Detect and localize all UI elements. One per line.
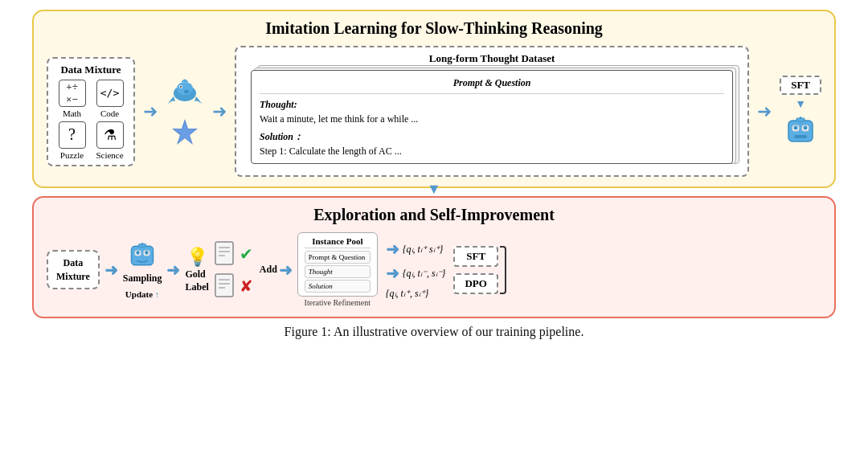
whale-svg [166,71,204,109]
add-area: Add ➜ [258,260,293,280]
solution-italic-label: Solution： [260,131,303,142]
formula-positive2: {qᵢ, tᵢ⁺, sᵢ⁺} [386,288,429,300]
science-item: ⚗ Science [92,121,127,160]
svg-rect-14 [800,117,801,119]
star-icon [166,114,204,153]
card-header: Prompt & Question [260,76,724,94]
svg-rect-22 [215,242,233,264]
svg-rect-21 [141,243,143,245]
gold-label-text: GoldLabel [185,268,208,293]
top-flow-row: Data Mixture +÷×− Math </> Code ? Puzzle… [47,46,821,177]
formula-row-1: ➜ {qᵢ, tᵢ⁺ sᵢ⁺} [386,240,446,259]
gold-label-area: 💡 GoldLabel [185,246,208,294]
data-mixture-box: Data Mixture +÷×− Math </> Code ? Puzzle… [47,57,135,166]
bottom-section: Exploration and Self-Improvement DataMix… [32,196,836,318]
math-icon: +÷×− [59,80,86,107]
solution-label: Solution： [260,129,724,144]
doc-negative-icon [214,272,236,300]
doc-positive-icon [214,240,236,268]
svg-rect-12 [794,135,807,138]
code-item: </> Code [92,80,127,118]
svg-point-4 [184,90,189,93]
xmark-icon: ✘ [240,276,253,296]
svg-point-1 [177,82,193,95]
model-icons [166,71,204,153]
sft-label-top: SFT [780,76,821,95]
arrow-7: ➜ [279,260,293,280]
pool-row-2: Thought [309,268,333,276]
puzzle-label: Puzzle [60,150,84,160]
between-sections-arrow: ▼ [427,181,441,198]
bottom-data-mixture-label: DataMixture [56,257,90,282]
arrow-1: ➜ [143,101,158,122]
checkmark-icon: ✔ [240,244,253,264]
formula-negative: {qᵢ, tᵢ⁻, sᵢ⁻} [403,268,446,280]
sft-down-arrow: ▼ [795,98,806,111]
formula-row-3: {qᵢ, tᵢ⁺, sᵢ⁺} [386,288,446,300]
science-icon: ⚗ [96,121,124,149]
math-label: Math [63,109,81,118]
svg-point-18 [136,251,140,255]
big-bracket [500,246,506,294]
arrow-5: ➜ [166,260,180,280]
formula-positive: {qᵢ, tᵢ⁺ sᵢ⁺} [403,244,444,256]
svg-point-19 [145,251,149,255]
top-section: Imitation Learning for Slow-Thinking Rea… [32,10,836,188]
doc-negative: ✘ [214,272,253,300]
doc-positive: ✔ [214,240,253,268]
robot-face-top [784,114,817,148]
thought-dataset-box: Long-form Thought Dataset Prompt & Quest… [235,46,749,177]
science-label: Science [96,150,123,160]
sft-box-bottom: SFT [453,246,497,267]
sft-box: SFT ▼ [780,76,821,148]
instance-pool-title: Instance Pool [305,236,371,248]
update-label: Update ↑ [125,289,159,299]
sampling-label: Sampling [123,272,162,285]
formula-arrow-2: ➜ [386,264,399,283]
pool-card-3: Solution [305,280,371,293]
formula-arrow-1: ➜ [386,240,399,259]
iterative-label: Iterative Refinement [305,298,371,307]
code-icon: </> [96,80,124,107]
stacked-card: Prompt & Question Thought: Wait a minute… [251,70,733,164]
arrow-2: ➜ [212,101,227,122]
svg-rect-26 [215,274,233,297]
whale-icon [166,71,204,109]
puzzle-icon: ? [59,121,86,149]
lightbulb-icon: 💡 [186,246,208,269]
bottom-flow-row: DataMixture ➜ Sampling Update ↑ ➜ [47,232,821,307]
solution-text: Step 1: Calculate the length of AC ... [260,144,724,158]
bracket-container: SFT DPO [453,246,497,294]
update-text: Update [125,289,153,299]
doc-pair: ✔ ✘ [214,240,253,300]
sampling-robot-icon [127,240,158,271]
data-mixture-title: Data Mixture [55,63,127,76]
star-svg [166,114,204,153]
svg-point-10 [794,125,798,129]
card-front: Prompt & Question Thought: Wait a minute… [251,70,733,164]
math-item: +÷×− Math [55,80,89,118]
pool-row-3: Solution [309,282,333,290]
instance-pool-container: Instance Pool Prompt & Question Thought … [297,232,378,307]
code-label: Code [100,109,119,118]
sampling-box: Sampling Update ↑ [123,240,162,299]
arrow-3: ➜ [757,101,772,122]
puzzle-item: ? Puzzle [55,121,89,160]
bottom-section-title: Exploration and Self-Improvement [47,206,821,224]
pool-row-1: Prompt & Question [309,253,366,261]
svg-rect-7 [788,121,813,141]
data-icons-grid: +÷×− Math </> Code ? Puzzle ⚗ Science [55,80,127,160]
thought-label: Thought: [260,97,724,112]
formula-row: ➜ {qᵢ, tᵢ⁺ sᵢ⁺} ➜ {qᵢ, tᵢ⁻, sᵢ⁻} {qᵢ, tᵢ… [386,240,446,300]
arrow-4: ➜ [104,260,118,280]
figure-caption: Figure 1: An illustrative overview of ou… [285,325,584,339]
add-label: Add [260,264,277,276]
formula-row-2: ➜ {qᵢ, tᵢ⁻, sᵢ⁻} [386,264,446,283]
svg-point-11 [804,125,808,129]
thought-text: Wait a minute, let me think for a while … [260,112,724,126]
thought-dataset-title: Long-form Thought Dataset [244,52,739,65]
pool-card-2: Thought [305,265,371,278]
dpo-box-bottom: DPO [453,273,497,294]
instance-pool-box: Instance Pool Prompt & Question Thought … [297,232,378,297]
thought-italic-label: Thought: [260,99,297,110]
